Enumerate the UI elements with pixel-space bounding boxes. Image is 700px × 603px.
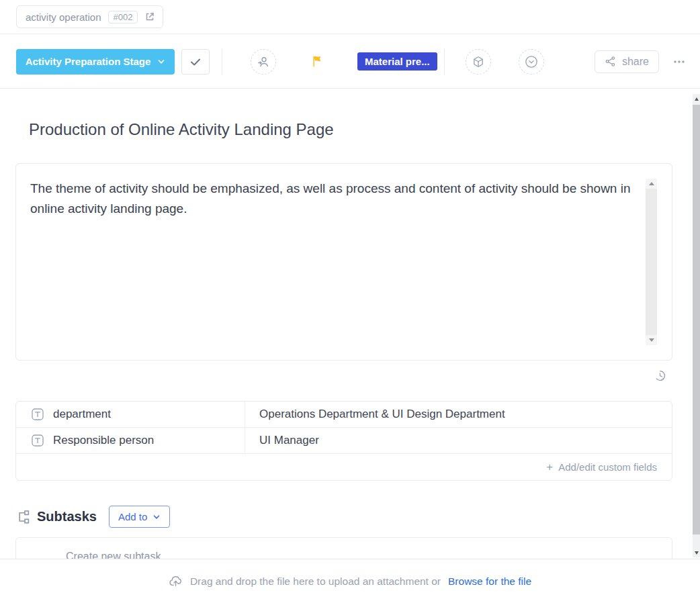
field-value-responsible-person[interactable]: UI Manager: [245, 428, 672, 453]
task-detail-window: activity operation #002 Activity Prepara…: [0, 0, 700, 603]
field-label: department: [53, 408, 111, 421]
field-label: Responsible person: [53, 434, 154, 447]
text-field-icon: [31, 434, 44, 447]
cube-icon: [472, 55, 485, 68]
cloud-upload-icon: [169, 574, 183, 588]
subtask-row-text: Create new subtask: [66, 551, 161, 559]
version-button[interactable]: [519, 49, 544, 75]
text-field-icon: [31, 408, 44, 421]
field-value-department[interactable]: Operations Department & UI Design Depart…: [245, 402, 672, 427]
parent-task-name: activity operation: [26, 11, 101, 23]
package-button[interactable]: [466, 49, 491, 75]
subtasks-section-header: Subtasks Add to: [15, 506, 170, 528]
chevron-down-icon: [157, 58, 165, 66]
ellipsis-icon: [672, 55, 687, 68]
description-scrollbar-thumb[interactable]: [646, 189, 657, 335]
history-clock-icon: [654, 369, 666, 382]
page-scrollbar[interactable]: [693, 94, 700, 557]
sprint-tag[interactable]: Material pre...: [357, 52, 437, 71]
task-detail-panel: Production of Online Activity Landing Pa…: [0, 89, 693, 559]
field-value: Operations Department & UI Design Depart…: [259, 408, 505, 421]
stage-dropdown-button[interactable]: Activity Preparation Stage: [16, 49, 175, 75]
upload-hint-text: Drag and drop the file here to upload an…: [190, 575, 441, 588]
subtask-list-card[interactable]: Create new subtask: [15, 537, 672, 559]
add-person-icon: [257, 55, 270, 68]
add-to-label: Add to: [118, 511, 147, 522]
page-scrollbar-thumb[interactable]: [693, 105, 700, 535]
task-title[interactable]: Production of Online Activity Landing Pa…: [29, 120, 334, 139]
assign-member-button[interactable]: [251, 49, 276, 75]
chevron-down-icon: [152, 513, 161, 521]
priority-flag-button[interactable]: [310, 54, 324, 68]
custom-fields-table: department Operations Department & UI De…: [15, 401, 672, 481]
add-subtask-dropdown-button[interactable]: Add to: [109, 506, 170, 528]
toolbar-divider: [222, 49, 222, 75]
browse-file-link[interactable]: Browse for the file: [448, 575, 531, 588]
scroll-up-arrow[interactable]: [693, 94, 700, 103]
history-button[interactable]: [654, 369, 666, 382]
share-label: share: [622, 56, 649, 68]
description-field[interactable]: The theme of activity should be emphasiz…: [15, 163, 672, 361]
stage-label: Activity Preparation Stage: [26, 56, 151, 67]
toolbar-divider: [444, 49, 445, 75]
subtasks-heading: Subtasks: [37, 509, 97, 524]
scroll-down-arrow[interactable]: [646, 335, 657, 345]
field-label-department[interactable]: department: [16, 402, 245, 427]
more-menu-button[interactable]: [668, 52, 691, 71]
circle-chevron-down-icon: [524, 54, 539, 69]
description-scrollbar[interactable]: [646, 179, 657, 345]
table-row: department Operations Department & UI De…: [16, 402, 672, 428]
add-custom-fields-label: Add/edit custom fields: [558, 461, 657, 473]
flag-icon: [310, 54, 324, 68]
plus-icon: +: [546, 461, 553, 474]
parent-task-chip[interactable]: activity operation #002: [16, 5, 163, 28]
complete-task-button[interactable]: [181, 49, 210, 75]
task-id-badge: #002: [108, 11, 138, 24]
scroll-down-arrow[interactable]: [693, 548, 700, 557]
share-button[interactable]: share: [595, 50, 659, 73]
scroll-up-arrow[interactable]: [646, 179, 657, 189]
field-value: UI Manager: [259, 434, 319, 447]
checkmark-icon: [189, 55, 202, 68]
task-toolbar: Activity Preparation Stage: [0, 35, 700, 89]
subtasks-tree-icon: [15, 509, 31, 525]
table-row: Responsible person UI Manager: [16, 428, 672, 454]
add-custom-fields-button[interactable]: + Add/edit custom fields: [16, 454, 672, 480]
field-label-responsible-person[interactable]: Responsible person: [16, 428, 245, 453]
open-task-icon[interactable]: [144, 11, 155, 22]
share-icon: [605, 56, 616, 67]
description-text: The theme of activity should be emphasiz…: [30, 179, 631, 219]
attachment-upload-bar: Drag and drop the file here to upload an…: [0, 559, 700, 603]
top-bar: activity operation #002: [0, 0, 700, 34]
